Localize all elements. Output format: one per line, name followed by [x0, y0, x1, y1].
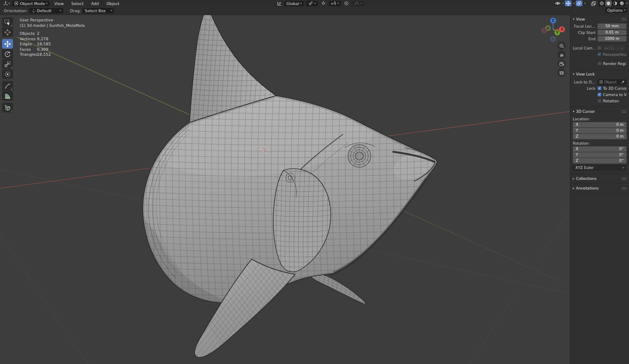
tool-cursor[interactable]	[2, 27, 13, 37]
rotation-mode-dropdown[interactable]: XYZ Euler ▾	[573, 165, 626, 171]
tool-transform[interactable]	[2, 69, 13, 79]
chevron-down-icon: ▾	[300, 2, 302, 5]
overlays-toggle[interactable]: ▾	[576, 0, 585, 6]
chevron-down-icon: ▾	[624, 9, 625, 12]
lock-3d-cursor-checkbox[interactable]: ✓	[598, 86, 601, 90]
gizmo-axis-neg-z[interactable]	[551, 37, 556, 42]
focal-length-field[interactable]: 50 mm	[598, 23, 626, 29]
chevron-down-icon: ▾	[60, 9, 61, 12]
chevron-right-icon: ▸	[573, 187, 574, 190]
object-visibility-dropdown[interactable]: ▾	[555, 1, 564, 6]
tool-move[interactable]	[2, 39, 13, 49]
clip-end-field[interactable]: 1000 m	[598, 36, 626, 42]
lock-3d-cursor-label: To 3D Cursor	[603, 86, 626, 91]
cursor-rotation-label: Rotation:	[573, 141, 626, 146]
panel-drag-handle[interactable]	[621, 187, 626, 190]
panel-view-lock-header[interactable]: ▾ View Lock	[573, 71, 626, 78]
3d-scene-canvas[interactable]	[0, 15, 629, 364]
viewport-overlay-text: User Perspective (1) 3d model | Sunfish_…	[20, 18, 85, 57]
camera-view-button[interactable]	[557, 60, 566, 68]
menu-object[interactable]: Object	[104, 1, 122, 6]
proportional-editing-icon	[344, 1, 349, 6]
pan-hand-button[interactable]	[557, 50, 566, 59]
chevron-down-icon: ▾	[623, 166, 624, 169]
gizmo-axis-neg-x[interactable]	[542, 28, 547, 33]
proportional-editing-toggle[interactable]	[343, 0, 350, 6]
sunfish-mesh-object[interactable]	[134, 15, 439, 364]
chevron-down-icon: ▾	[111, 9, 112, 12]
clip-start-label: Clip Start	[573, 31, 598, 35]
gizmo-axis-z[interactable]: Z	[550, 18, 556, 23]
menu-select[interactable]: Select	[68, 1, 86, 6]
snap-target-dropdown[interactable]: ▾	[329, 1, 341, 6]
passepartout-checkbox[interactable]: ✓	[598, 52, 601, 56]
ortho-grid-button[interactable]	[557, 68, 566, 77]
menu-add[interactable]: Add	[88, 1, 101, 6]
panel-title: View	[576, 17, 585, 21]
navigation-gizmo[interactable]: Z X Y	[540, 16, 568, 43]
cursor-rotation-x-field[interactable]: X0°	[573, 146, 626, 152]
panel-drag-handle[interactable]	[621, 18, 626, 21]
options-button[interactable]: Options ▾	[605, 8, 627, 13]
editor-type-button[interactable]: ▾	[2, 0, 10, 6]
cursor-location-y-field[interactable]: Y0 m	[573, 128, 626, 133]
tool-annotate[interactable]	[2, 81, 13, 91]
lock-to-object-field[interactable]: Object	[598, 79, 626, 85]
clear-icon[interactable]: ×	[620, 46, 624, 50]
tool-scale[interactable]	[2, 59, 13, 69]
gizmo-axis-x[interactable]: X	[559, 26, 565, 32]
stat-row: Vertices9,278	[20, 36, 85, 42]
xray-toggle[interactable]	[590, 0, 597, 6]
panel-annotations-header[interactable]: ▸ Annotations	[573, 185, 626, 192]
viewport-header: ▾ Object Mode ▾ View Select Add Object G…	[0, 0, 629, 7]
panel-drag-handle[interactable]	[621, 110, 626, 113]
gizmo-axis-y[interactable]: Y	[555, 30, 560, 36]
proportional-falloff-dropdown[interactable]: ▾	[352, 1, 364, 6]
render-region-checkbox[interactable]	[598, 62, 601, 65]
shading-material-button[interactable]	[612, 0, 619, 6]
gizmos-toggle[interactable]: ▾	[565, 0, 574, 6]
lock-rotation-checkbox[interactable]	[598, 99, 601, 103]
shading-rendered-button[interactable]	[619, 0, 625, 6]
tool-orientation-dropdown[interactable]: Default ▾	[29, 8, 63, 13]
cursor-location-z-field[interactable]: Z0 m	[573, 134, 626, 139]
chevron-right-icon: ▸	[573, 177, 574, 180]
panel-collections: ▸ Collections	[570, 174, 629, 184]
pivot-point-icon	[308, 1, 313, 6]
panel-view-header[interactable]: ▾ View	[573, 16, 626, 23]
transform-orientation-dropdown[interactable]: Global ▾	[284, 1, 304, 6]
object-placeholder: Object	[604, 80, 619, 84]
local-camera-field[interactable]: Ca… ×	[603, 45, 625, 51]
tool-rotate[interactable]	[2, 49, 13, 59]
panel-3d-cursor-header[interactable]: ▾ 3D Cursor	[573, 108, 626, 115]
camera-to-view-checkbox[interactable]: ✓	[598, 93, 601, 96]
cursor-location-label: Location:	[573, 117, 626, 121]
cursor-location-x-field[interactable]: X0 m	[573, 122, 626, 127]
panel-collections-header[interactable]: ▸ Collections	[573, 175, 626, 182]
drag-mode-dropdown[interactable]: Select Box ▾	[83, 8, 114, 13]
menu-view[interactable]: View	[51, 1, 67, 6]
shading-solid-button[interactable]	[605, 0, 612, 6]
chevron-down-icon: ▾	[46, 2, 47, 5]
tool-add-cube[interactable]	[2, 103, 13, 112]
cursor-rotation-z-field[interactable]: Z0°	[573, 158, 626, 164]
local-camera-checkbox[interactable]	[598, 46, 601, 50]
mode-selector[interactable]: Object Mode ▾	[12, 1, 49, 6]
3d-viewport[interactable]: User Perspective (1) 3d model | Sunfish_…	[0, 15, 629, 364]
chevron-down-icon: ▾	[573, 110, 574, 113]
snap-increment-icon	[331, 1, 336, 6]
chevron-down-icon: ▾	[314, 2, 316, 5]
pivot-point-dropdown[interactable]: ▾	[306, 1, 318, 6]
svg-text:Z: Z	[552, 19, 554, 23]
panel-drag-handle[interactable]	[621, 177, 626, 180]
tool-measure[interactable]	[2, 91, 13, 101]
cursor-rotation-y-field[interactable]: Y0°	[573, 152, 626, 158]
clip-start-field[interactable]: 0.01 m	[598, 30, 626, 35]
chevron-down-icon: ▾	[338, 2, 339, 5]
eyedropper-icon[interactable]	[621, 80, 625, 84]
shading-wireframe-button[interactable]	[598, 0, 605, 6]
panel-3d-cursor: ▾ 3D Cursor Location: X0 m Y0 m Z0 m Rot…	[570, 107, 629, 174]
tool-select-box[interactable]	[2, 17, 13, 27]
snap-toggle[interactable]	[320, 0, 327, 6]
zoom-button[interactable]	[557, 42, 566, 50]
